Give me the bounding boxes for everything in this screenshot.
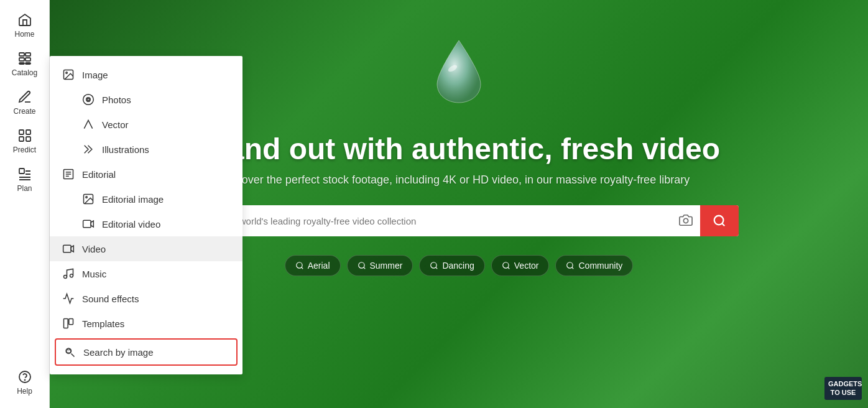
search-bar bbox=[179, 205, 739, 236]
menu-item-illustrations-label: Illustrations bbox=[102, 144, 149, 155]
menu-item-search-by-image[interactable]: Search by image bbox=[55, 338, 238, 366]
svg-point-33 bbox=[503, 262, 509, 268]
svg-rect-10 bbox=[19, 169, 24, 174]
search-icon bbox=[713, 214, 726, 228]
predict-icon bbox=[17, 128, 32, 143]
camera-search-button[interactable] bbox=[672, 207, 700, 235]
menu-item-music[interactable]: Music bbox=[50, 261, 242, 286]
svg-rect-0 bbox=[19, 53, 24, 56]
watermark-text: GADGETS TO USE bbox=[824, 377, 862, 400]
svg-rect-20 bbox=[83, 220, 91, 228]
search-tag-icon bbox=[295, 261, 304, 270]
menu-item-templates[interactable]: Templates bbox=[50, 311, 242, 336]
svg-rect-21 bbox=[63, 245, 72, 253]
svg-point-34 bbox=[567, 262, 573, 268]
menu-item-illustrations[interactable]: Illustrations bbox=[50, 137, 242, 162]
svg-rect-7 bbox=[26, 130, 30, 134]
sidebar-item-home[interactable]: Home bbox=[0, 6, 49, 45]
svg-point-23 bbox=[70, 274, 73, 277]
svg-rect-9 bbox=[26, 137, 30, 141]
menu-item-photos[interactable]: Photos bbox=[50, 87, 242, 112]
svg-rect-6 bbox=[19, 130, 24, 134]
image-icon bbox=[62, 68, 75, 81]
menu-item-photos-label: Photos bbox=[102, 95, 131, 105]
svg-rect-24 bbox=[64, 319, 68, 328]
menu-item-editorial-image[interactable]: Editorial image bbox=[50, 187, 242, 211]
video-icon bbox=[62, 243, 75, 255]
sidebar-item-plan-label: Plan bbox=[17, 184, 32, 193]
svg-rect-8 bbox=[19, 137, 24, 141]
menu-item-editorial[interactable]: Editorial bbox=[50, 162, 242, 187]
menu-item-sound-effects-label: Sound effects bbox=[82, 294, 139, 304]
menu-item-vector[interactable]: Vector bbox=[50, 112, 242, 137]
tag-aerial[interactable]: Aerial bbox=[285, 255, 341, 276]
hero-text: Stand out with authentic, fresh video is… bbox=[185, 132, 732, 187]
search-by-image-icon bbox=[63, 346, 76, 358]
tag-community[interactable]: Community bbox=[555, 255, 633, 276]
svg-rect-4 bbox=[19, 63, 24, 64]
vector-icon bbox=[82, 118, 95, 131]
sidebar-item-home-label: Home bbox=[14, 30, 34, 39]
svg-point-19 bbox=[86, 197, 88, 198]
sidebar-item-plan[interactable]: Plan bbox=[0, 160, 49, 199]
menu-item-editorial-label: Editorial bbox=[82, 169, 116, 180]
svg-rect-1 bbox=[25, 53, 30, 56]
menu-item-video-label: Video bbox=[82, 244, 106, 254]
tag-vector[interactable]: Vector bbox=[491, 255, 550, 276]
sidebar-item-create[interactable]: Create bbox=[0, 83, 49, 122]
hero-title: Stand out with authentic, fresh video bbox=[198, 132, 720, 166]
search-button[interactable] bbox=[700, 205, 739, 236]
sidebar-item-predict[interactable]: Predict bbox=[0, 122, 49, 160]
editorial-icon bbox=[62, 168, 75, 180]
photos-icon bbox=[82, 93, 95, 106]
menu-item-image[interactable]: Image bbox=[50, 62, 242, 87]
menu-item-sound-effects[interactable]: Sound effects bbox=[50, 286, 242, 311]
music-icon bbox=[62, 267, 75, 280]
menu-item-video[interactable]: Video bbox=[50, 236, 242, 261]
search-tag-icon bbox=[502, 261, 510, 270]
search-container bbox=[179, 205, 739, 236]
svg-rect-25 bbox=[69, 319, 73, 325]
svg-point-29 bbox=[714, 216, 724, 225]
camera-icon bbox=[679, 213, 693, 227]
sidebar-item-predict-label: Predict bbox=[13, 146, 36, 154]
menu-item-music-label: Music bbox=[82, 269, 106, 279]
svg-point-32 bbox=[431, 262, 436, 268]
create-icon bbox=[17, 90, 32, 104]
watermark: GADGETS TO USE bbox=[824, 377, 862, 402]
search-tag-icon bbox=[566, 261, 575, 270]
svg-point-22 bbox=[64, 276, 67, 279]
templates-icon bbox=[62, 317, 75, 330]
tag-dancing[interactable]: Dancing bbox=[419, 255, 484, 276]
search-input[interactable] bbox=[179, 207, 672, 235]
svg-point-28 bbox=[683, 218, 688, 223]
svg-point-14 bbox=[66, 72, 68, 74]
tag-summer[interactable]: Summer bbox=[347, 255, 413, 276]
catalog-icon bbox=[17, 51, 32, 66]
menu-item-search-by-image-label: Search by image bbox=[83, 347, 154, 358]
menu-item-editorial-image-label: Editorial image bbox=[102, 194, 164, 205]
sidebar-item-help-label: Help bbox=[17, 387, 32, 396]
menu-item-templates-label: Templates bbox=[82, 318, 124, 329]
svg-rect-5 bbox=[25, 63, 30, 64]
svg-rect-26 bbox=[67, 350, 71, 353]
home-icon bbox=[17, 12, 32, 27]
svg-rect-3 bbox=[25, 58, 30, 61]
sidebar-item-help[interactable]: Help bbox=[0, 363, 49, 402]
search-tag-icon bbox=[430, 261, 438, 270]
svg-rect-2 bbox=[19, 58, 24, 61]
search-tags: Aerial Summer Dancing Vector bbox=[285, 255, 634, 276]
menu-item-editorial-video[interactable]: Editorial video bbox=[50, 211, 242, 236]
illustrations-icon bbox=[82, 143, 95, 155]
editorial-image-icon bbox=[82, 193, 95, 205]
sidebar: Home Catalog Create Predict bbox=[0, 0, 50, 408]
svg-point-31 bbox=[358, 262, 364, 268]
hero-subtitle: iscover the perfect stock footage, inclu… bbox=[198, 174, 720, 187]
svg-point-16 bbox=[87, 98, 89, 100]
help-icon bbox=[17, 369, 32, 384]
sidebar-item-catalog[interactable]: Catalog bbox=[0, 45, 49, 83]
sidebar-item-create-label: Create bbox=[13, 107, 35, 116]
menu-item-image-label: Image bbox=[82, 70, 108, 80]
menu-item-vector-label: Vector bbox=[102, 119, 129, 130]
menu-item-editorial-video-label: Editorial video bbox=[102, 219, 160, 230]
